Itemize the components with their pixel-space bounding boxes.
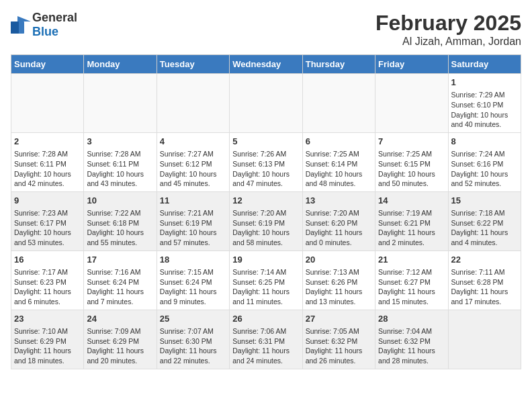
calendar-cell <box>230 74 302 133</box>
calendar-cell: 12Sunrise: 7:20 AM Sunset: 6:19 PM Dayli… <box>230 191 302 250</box>
day-info: Sunrise: 7:27 AM Sunset: 6:12 PM Dayligh… <box>160 150 217 187</box>
day-number: 27 <box>306 313 372 325</box>
day-number: 20 <box>306 254 372 266</box>
column-header-thursday: Thursday <box>302 55 375 74</box>
calendar-cell: 23Sunrise: 7:10 AM Sunset: 6:29 PM Dayli… <box>11 310 84 369</box>
calendar-cell: 8Sunrise: 7:24 AM Sunset: 6:16 PM Daylig… <box>448 132 521 191</box>
day-number: 16 <box>14 254 81 266</box>
calendar-cell: 6Sunrise: 7:25 AM Sunset: 6:14 PM Daylig… <box>302 132 375 191</box>
calendar-cell: 11Sunrise: 7:21 AM Sunset: 6:19 PM Dayli… <box>157 191 229 250</box>
day-info: Sunrise: 7:25 AM Sunset: 6:14 PM Dayligh… <box>306 150 363 187</box>
calendar-cell <box>84 74 157 133</box>
column-header-sunday: Sunday <box>11 55 84 74</box>
day-info: Sunrise: 7:14 AM Sunset: 6:25 PM Dayligh… <box>232 268 290 306</box>
calendar-cell: 7Sunrise: 7:25 AM Sunset: 6:15 PM Daylig… <box>375 132 448 191</box>
day-info: Sunrise: 7:18 AM Sunset: 6:22 PM Dayligh… <box>451 209 508 246</box>
column-header-monday: Monday <box>84 55 157 74</box>
calendar-week-row: 23Sunrise: 7:10 AM Sunset: 6:29 PM Dayli… <box>11 310 521 369</box>
calendar-cell: 22Sunrise: 7:11 AM Sunset: 6:28 PM Dayli… <box>448 250 521 310</box>
calendar-cell: 4Sunrise: 7:27 AM Sunset: 6:12 PM Daylig… <box>157 132 229 191</box>
day-number: 4 <box>160 136 226 148</box>
day-info: Sunrise: 7:21 AM Sunset: 6:19 PM Dayligh… <box>160 209 217 246</box>
day-info: Sunrise: 7:19 AM Sunset: 6:21 PM Dayligh… <box>378 209 435 246</box>
calendar-cell: 5Sunrise: 7:26 AM Sunset: 6:13 PM Daylig… <box>230 132 302 191</box>
calendar-cell: 13Sunrise: 7:20 AM Sunset: 6:20 PM Dayli… <box>302 191 375 250</box>
day-number: 26 <box>232 313 299 325</box>
calendar-cell: 18Sunrise: 7:15 AM Sunset: 6:24 PM Dayli… <box>157 250 229 310</box>
calendar-cell: 15Sunrise: 7:18 AM Sunset: 6:22 PM Dayli… <box>448 191 521 250</box>
day-info: Sunrise: 7:12 AM Sunset: 6:27 PM Dayligh… <box>378 268 435 306</box>
day-info: Sunrise: 7:20 AM Sunset: 6:20 PM Dayligh… <box>306 209 363 246</box>
svg-marker-1 <box>17 16 31 21</box>
calendar-cell: 17Sunrise: 7:16 AM Sunset: 6:24 PM Dayli… <box>84 250 157 310</box>
month-title: February 2025 <box>375 11 521 36</box>
day-number: 15 <box>451 195 518 207</box>
day-number: 24 <box>87 313 153 325</box>
day-number: 13 <box>306 195 372 207</box>
logo: General Blue <box>11 11 77 39</box>
day-info: Sunrise: 7:09 AM Sunset: 6:29 PM Dayligh… <box>87 327 144 365</box>
day-number: 8 <box>451 136 518 148</box>
day-number: 25 <box>160 313 226 325</box>
day-number: 1 <box>451 77 518 89</box>
logo-blue-text: Blue <box>32 25 58 38</box>
calendar-cell <box>302 74 375 133</box>
day-info: Sunrise: 7:25 AM Sunset: 6:15 PM Dayligh… <box>378 150 435 187</box>
calendar-cell <box>11 74 84 133</box>
calendar-cell: 26Sunrise: 7:06 AM Sunset: 6:31 PM Dayli… <box>230 310 302 369</box>
column-header-friday: Friday <box>375 55 448 74</box>
day-number: 19 <box>232 254 299 266</box>
calendar-cell: 20Sunrise: 7:13 AM Sunset: 6:26 PM Dayli… <box>302 250 375 310</box>
day-number: 2 <box>14 136 81 148</box>
day-number: 28 <box>378 313 445 325</box>
day-info: Sunrise: 7:17 AM Sunset: 6:23 PM Dayligh… <box>14 268 71 306</box>
day-number: 21 <box>378 254 445 266</box>
calendar-cell <box>157 74 229 133</box>
header: General Blue February 2025 Al Jizah, Amm… <box>11 11 521 48</box>
calendar-cell: 2Sunrise: 7:28 AM Sunset: 6:11 PM Daylig… <box>11 132 84 191</box>
calendar-cell: 28Sunrise: 7:04 AM Sunset: 6:32 PM Dayli… <box>375 310 448 369</box>
calendar-week-row: 2Sunrise: 7:28 AM Sunset: 6:11 PM Daylig… <box>11 132 521 191</box>
calendar-cell: 25Sunrise: 7:07 AM Sunset: 6:30 PM Dayli… <box>157 310 229 369</box>
day-number: 14 <box>378 195 445 207</box>
calendar-header-row: SundayMondayTuesdayWednesdayThursdayFrid… <box>11 55 521 74</box>
calendar-cell: 24Sunrise: 7:09 AM Sunset: 6:29 PM Dayli… <box>84 310 157 369</box>
day-info: Sunrise: 7:06 AM Sunset: 6:31 PM Dayligh… <box>232 327 290 365</box>
day-info: Sunrise: 7:07 AM Sunset: 6:30 PM Dayligh… <box>160 327 217 365</box>
svg-rect-2 <box>11 21 19 34</box>
day-info: Sunrise: 7:23 AM Sunset: 6:17 PM Dayligh… <box>14 209 71 246</box>
day-number: 10 <box>87 195 153 207</box>
day-number: 3 <box>87 136 153 148</box>
calendar-cell: 3Sunrise: 7:28 AM Sunset: 6:11 PM Daylig… <box>84 132 157 191</box>
day-info: Sunrise: 7:26 AM Sunset: 6:13 PM Dayligh… <box>232 150 290 187</box>
calendar-week-row: 1Sunrise: 7:29 AM Sunset: 6:10 PM Daylig… <box>11 74 521 133</box>
day-info: Sunrise: 7:16 AM Sunset: 6:24 PM Dayligh… <box>87 268 144 306</box>
day-number: 9 <box>14 195 81 207</box>
logo-general-text: General <box>32 11 77 24</box>
day-info: Sunrise: 7:15 AM Sunset: 6:24 PM Dayligh… <box>160 268 217 306</box>
calendar-cell: 21Sunrise: 7:12 AM Sunset: 6:27 PM Dayli… <box>375 250 448 310</box>
day-number: 17 <box>87 254 153 266</box>
calendar-week-row: 9Sunrise: 7:23 AM Sunset: 6:17 PM Daylig… <box>11 191 521 250</box>
day-number: 18 <box>160 254 226 266</box>
day-number: 22 <box>451 254 518 266</box>
calendar-cell <box>448 310 521 369</box>
day-info: Sunrise: 7:20 AM Sunset: 6:19 PM Dayligh… <box>232 209 290 246</box>
day-info: Sunrise: 7:05 AM Sunset: 6:32 PM Dayligh… <box>306 327 363 365</box>
day-info: Sunrise: 7:22 AM Sunset: 6:18 PM Dayligh… <box>87 209 144 246</box>
day-info: Sunrise: 7:10 AM Sunset: 6:29 PM Dayligh… <box>14 327 71 365</box>
day-info: Sunrise: 7:28 AM Sunset: 6:11 PM Dayligh… <box>14 150 71 187</box>
calendar-cell: 10Sunrise: 7:22 AM Sunset: 6:18 PM Dayli… <box>84 191 157 250</box>
calendar-week-row: 16Sunrise: 7:17 AM Sunset: 6:23 PM Dayli… <box>11 250 521 310</box>
column-header-saturday: Saturday <box>448 55 521 74</box>
title-block: February 2025 Al Jizah, Amman, Jordan <box>375 11 521 48</box>
column-header-tuesday: Tuesday <box>157 55 229 74</box>
day-number: 7 <box>378 136 445 148</box>
calendar-cell: 27Sunrise: 7:05 AM Sunset: 6:32 PM Dayli… <box>302 310 375 369</box>
day-number: 11 <box>160 195 226 207</box>
location-title: Al Jizah, Amman, Jordan <box>375 36 521 48</box>
calendar-cell: 1Sunrise: 7:29 AM Sunset: 6:10 PM Daylig… <box>448 74 521 133</box>
day-info: Sunrise: 7:04 AM Sunset: 6:32 PM Dayligh… <box>378 327 435 365</box>
calendar-cell: 19Sunrise: 7:14 AM Sunset: 6:25 PM Dayli… <box>230 250 302 310</box>
day-info: Sunrise: 7:29 AM Sunset: 6:10 PM Dayligh… <box>451 91 508 128</box>
